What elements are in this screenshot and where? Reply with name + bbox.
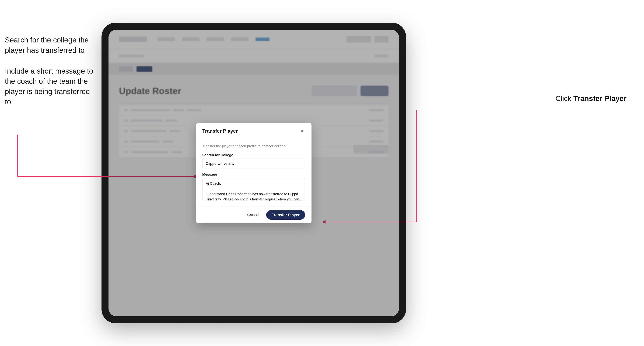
modal-overlay: Transfer Player × Transfer the player an… xyxy=(108,30,399,316)
message-textarea[interactable] xyxy=(202,178,305,201)
modal-footer: Cancel Transfer Player xyxy=(196,206,312,223)
modal-title: Transfer Player xyxy=(202,128,238,134)
transfer-player-button[interactable]: Transfer Player xyxy=(266,210,305,220)
tablet-frame: Update Roster xyxy=(102,23,406,323)
message-label: Message xyxy=(202,173,305,176)
search-college-input[interactable] xyxy=(202,159,305,168)
modal-body: Transfer the player and their profile to… xyxy=(196,139,312,206)
annotation-right: Click Transfer Player xyxy=(556,94,626,103)
search-college-label: Search for College xyxy=(202,153,305,157)
modal-header: Transfer Player × xyxy=(196,123,312,139)
transfer-player-modal[interactable]: Transfer Player × Transfer the player an… xyxy=(196,123,312,223)
annotation-transfer-player-bold: Transfer Player xyxy=(573,94,626,103)
annotation-click-prefix: Click xyxy=(556,94,574,103)
tablet-screen: Update Roster xyxy=(108,30,399,316)
modal-description: Transfer the player and their profile to… xyxy=(202,144,305,148)
annotation-search-text: Search for the college the player has tr… xyxy=(5,35,96,56)
annotation-message-text: Include a short message to the coach of … xyxy=(5,66,96,107)
modal-close-button[interactable]: × xyxy=(299,128,305,134)
cancel-button[interactable]: Cancel xyxy=(244,211,263,219)
annotation-left: Search for the college the player has tr… xyxy=(5,35,96,118)
